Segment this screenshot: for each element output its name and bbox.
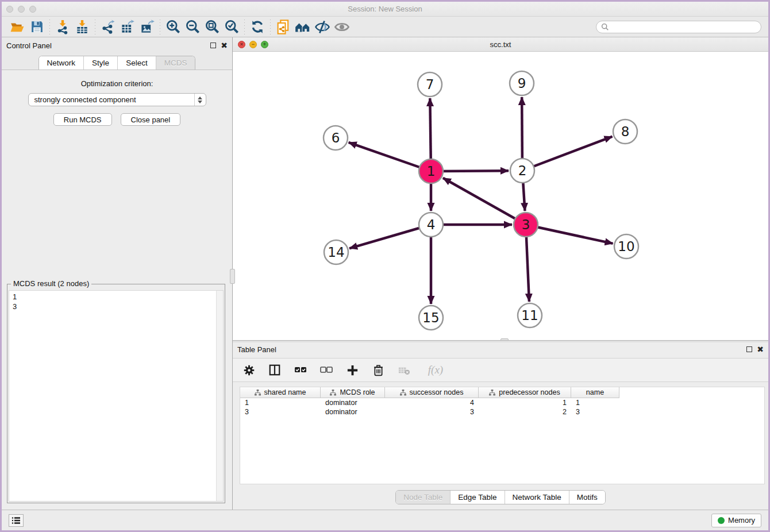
close-panel-button[interactable]: Close panel: [121, 113, 181, 126]
refresh-icon: [250, 20, 265, 34]
table-row[interactable]: 1 dominator 4 1 1: [240, 398, 764, 407]
graph-node-label-3: 3: [522, 217, 530, 232]
cell-name: 3: [571, 407, 619, 417]
tab-edge-table[interactable]: Edge Table: [451, 491, 505, 504]
save-icon: [30, 20, 44, 34]
float-table-panel-icon[interactable]: [746, 346, 752, 352]
network-zoom-button[interactable]: +: [261, 41, 268, 48]
vertical-splitter-grip[interactable]: [230, 269, 235, 284]
export-image-button[interactable]: [137, 18, 157, 36]
criterion-value: strongly connected component: [29, 95, 194, 104]
delete-column-button[interactable]: [371, 363, 385, 377]
graph-edge-2-8[interactable]: [522, 137, 613, 171]
eye-icon: [334, 19, 350, 35]
table-toolbar: f(x): [233, 358, 768, 382]
graph-edge-3-1[interactable]: [443, 178, 526, 225]
close-panel-icon[interactable]: ✖: [221, 43, 228, 48]
hide-graphics-details-button[interactable]: [313, 18, 332, 36]
deselect-all-button[interactable]: [319, 363, 333, 377]
graph-node-label-14: 14: [328, 245, 344, 260]
tab-node-table[interactable]: Node Table: [396, 491, 451, 504]
column-header-predecessor-nodes[interactable]: predecessor nodes: [479, 387, 571, 398]
hierarchy-icon: [255, 390, 261, 396]
criterion-dropdown[interactable]: strongly connected component: [28, 93, 206, 106]
columns-icon: [268, 364, 281, 376]
toolbar-separator: [49, 20, 50, 34]
result-scrollbar[interactable]: [216, 291, 223, 501]
cell-mcds-role: dominator: [321, 407, 385, 417]
horizontal-splitter-grip[interactable]: [500, 338, 509, 340]
list-menu-icon: [11, 516, 21, 525]
fx-icon: f(x): [428, 364, 443, 376]
main-toolbar: [2, 17, 768, 37]
cell-shared-name: 1: [240, 398, 321, 407]
export-table-button[interactable]: [118, 18, 137, 36]
control-panel-tabs: Network Style Select MCDS: [2, 53, 232, 70]
add-column-button[interactable]: [345, 363, 359, 377]
tab-network[interactable]: Network: [39, 56, 84, 70]
export-network-button[interactable]: [98, 18, 118, 36]
import-network-button[interactable]: [53, 18, 72, 36]
memory-button[interactable]: Memory: [711, 514, 761, 527]
column-header-successor-nodes[interactable]: successor nodes: [385, 387, 479, 398]
split-columns-button[interactable]: [268, 363, 282, 377]
delete-table-button[interactable]: [397, 363, 411, 377]
import-network-icon: [55, 20, 70, 34]
apply-layout-button[interactable]: [248, 18, 267, 36]
tab-network-table[interactable]: Network Table: [505, 491, 569, 504]
search-input[interactable]: [612, 23, 756, 31]
table-row[interactable]: 3 dominator 3 2 3: [240, 407, 764, 417]
window-titlebar: Session: New Session: [2, 2, 768, 17]
column-header-name[interactable]: name: [571, 387, 619, 398]
zoom-selected-button[interactable]: [222, 18, 241, 36]
export-image-icon: [140, 19, 155, 34]
result-line: 3: [13, 302, 213, 311]
network-minimize-button[interactable]: −: [249, 41, 257, 48]
optimization-criterion-label: Optimization criterion:: [2, 79, 232, 88]
zoom-out-button[interactable]: [183, 18, 202, 36]
tab-motifs[interactable]: Motifs: [569, 491, 605, 504]
hierarchy-icon: [330, 390, 336, 396]
clone-network-icon: [275, 19, 291, 35]
graph-node-label-6: 6: [332, 130, 340, 145]
network-window-title: scc.txt: [233, 40, 768, 49]
select-all-button[interactable]: [294, 363, 307, 377]
zoom-selected-icon: [224, 19, 240, 34]
zoom-fit-icon: [205, 19, 220, 34]
tab-select[interactable]: Select: [118, 56, 156, 70]
import-table-button[interactable]: [72, 18, 92, 36]
graph-node-label-7: 7: [426, 77, 434, 92]
graph-edge-1-6[interactable]: [349, 142, 431, 171]
network-close-button[interactable]: ×: [238, 41, 245, 48]
close-table-panel-icon[interactable]: ✖: [757, 346, 764, 352]
network-graph[interactable]: 1234678910111415: [233, 52, 768, 340]
mcds-result-text[interactable]: 1 3: [9, 291, 216, 501]
column-label: shared name: [264, 388, 306, 396]
function-builder-button[interactable]: f(x): [423, 363, 448, 377]
show-graphics-details-button[interactable]: [332, 18, 352, 36]
zoom-in-button[interactable]: [163, 18, 183, 36]
float-panel-icon[interactable]: [210, 43, 216, 48]
column-header-mcds-role[interactable]: MCDS role: [321, 387, 385, 398]
graph-edge-3-10[interactable]: [526, 225, 613, 244]
tab-style[interactable]: Style: [84, 56, 118, 70]
table-settings-button[interactable]: [242, 363, 256, 377]
open-session-button[interactable]: [7, 18, 27, 36]
tab-mcds[interactable]: MCDS: [156, 56, 195, 70]
save-session-button[interactable]: [27, 18, 47, 36]
toolbar-separator: [95, 20, 95, 34]
first-neighbors-button[interactable]: [293, 18, 313, 36]
graph-node-label-4: 4: [427, 217, 436, 232]
cell-predecessor-nodes: 2: [479, 407, 571, 417]
clone-network-button[interactable]: [274, 18, 293, 36]
hierarchy-icon: [400, 390, 406, 396]
result-line: 1: [13, 292, 213, 302]
column-header-shared-name[interactable]: shared name: [240, 387, 321, 398]
export-table-icon: [120, 19, 136, 34]
status-menu-button[interactable]: [9, 514, 24, 527]
zoom-fit-button[interactable]: [202, 18, 222, 36]
toolbar-separator: [270, 20, 271, 34]
network-canvas[interactable]: 1234678910111415: [233, 52, 768, 340]
graph-node-label-11: 11: [521, 308, 538, 323]
run-mcds-button[interactable]: Run MCDS: [53, 113, 112, 126]
